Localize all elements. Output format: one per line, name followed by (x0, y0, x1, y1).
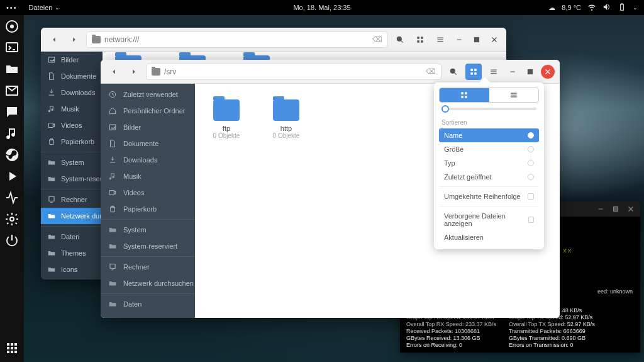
sidebar-item[interactable]: Downloads (41, 84, 103, 101)
sidebar-front: Zuletzt verwendetPersönlicher OrdnerBild… (101, 84, 195, 318)
reload-button[interactable]: Aktualisieren (439, 230, 539, 244)
chevron-down-icon[interactable]: ⌄ (633, 4, 638, 11)
svg-point-3 (10, 217, 14, 221)
sidebar-item[interactable]: Downloads (101, 152, 195, 168)
sidebar-item[interactable]: Musik (41, 101, 103, 117)
checkbox-icon (528, 217, 534, 223)
sidebar-item-label: Daten (61, 233, 79, 240)
sidebar-item[interactable]: Netzwerk durchsuchen (101, 275, 195, 291)
folder-icon (92, 36, 101, 43)
max-button[interactable] (610, 203, 621, 215)
folder-item[interactable]: ftp0 Objekte (208, 99, 245, 139)
settings-icon[interactable] (4, 212, 19, 227)
view-grid-option[interactable] (440, 88, 489, 102)
back-button[interactable] (106, 64, 122, 80)
weather-icon[interactable]: ☁ (548, 4, 555, 12)
sidebar-item[interactable]: Bilder (101, 119, 195, 135)
sidebar-item[interactable]: Dokumente (41, 68, 103, 84)
sidebar-item[interactable]: Themes (101, 312, 195, 318)
sidebar-item[interactable]: System (101, 222, 195, 238)
list-view-button[interactable] (432, 31, 448, 48)
view-list-option[interactable] (489, 88, 539, 102)
folder-count: 0 Objekte (267, 132, 305, 139)
sidebar-item[interactable]: System-reserviert (101, 238, 195, 254)
sidebar-item[interactable]: Papierkorb (41, 133, 103, 150)
location-bar[interactable]: network:/// ⌫ (86, 31, 388, 48)
clear-icon[interactable]: ⌫ (426, 67, 436, 76)
activity-icon[interactable] (4, 190, 19, 205)
app-menu-label: Dateien (29, 4, 53, 11)
chromium-icon[interactable] (4, 19, 19, 34)
mail-icon[interactable] (4, 83, 19, 98)
power-icon[interactable] (4, 233, 19, 248)
steam-icon[interactable] (4, 147, 19, 162)
terminal-icon[interactable] (4, 40, 19, 55)
wifi-icon[interactable] (587, 3, 596, 13)
sidebar-item[interactable]: System (41, 154, 103, 171)
clock[interactable]: Mo, 18. Mai, 23:35 (293, 4, 350, 11)
clear-icon[interactable]: ⌫ (372, 35, 382, 43)
search-button[interactable] (445, 64, 462, 80)
sidebar-item[interactable]: Themes (41, 245, 103, 261)
forward-button[interactable] (126, 64, 142, 80)
sidebar-item[interactable]: Videos (101, 184, 195, 201)
location-bar[interactable]: /srv ⌫ (146, 64, 441, 80)
sidebar-item-label: System-reservier (61, 175, 103, 183)
close-button[interactable] (487, 33, 501, 47)
min-button[interactable] (452, 33, 466, 47)
svg-rect-23 (614, 207, 618, 212)
grid-view-button[interactable] (465, 64, 482, 80)
folder-item[interactable]: http0 Objekte (267, 99, 305, 139)
max-button[interactable] (470, 33, 484, 47)
sidebar-item[interactable]: System-reservier (41, 171, 103, 187)
svg-rect-2 (6, 43, 18, 52)
play-icon[interactable] (4, 169, 19, 184)
checkbox-icon (528, 193, 534, 200)
svg-point-1 (10, 25, 14, 28)
zoom-knob[interactable] (441, 105, 449, 113)
back-button[interactable] (46, 31, 62, 48)
app-menu[interactable]: Dateien ⌄ (24, 4, 65, 11)
grid-view-button[interactable] (412, 31, 428, 48)
reverse-toggle[interactable]: Umgekehrte Reihenfolge (439, 189, 539, 203)
sort-option[interactable]: Name (439, 128, 539, 142)
sidebar-item[interactable]: Daten (101, 296, 195, 312)
min-button[interactable] (506, 65, 519, 79)
sort-option[interactable]: Größe (439, 142, 539, 156)
sidebar-item[interactable]: Rechner (41, 191, 103, 208)
sidebar-item[interactable]: Zuletzt verwendet (101, 86, 195, 103)
sidebar-item[interactable]: Videos (41, 117, 103, 133)
sidebar-item[interactable]: Rechner (101, 259, 195, 275)
svg-rect-13 (474, 69, 477, 71)
chat-icon[interactable] (4, 105, 19, 120)
app-grid-button[interactable] (4, 341, 19, 356)
zoom-slider[interactable] (441, 108, 536, 110)
sort-option[interactable]: Zuletzt geöffnet (439, 170, 539, 184)
sort-option[interactable]: Typ (439, 156, 539, 170)
sidebar-item[interactable]: Netzwerk durchs (41, 208, 103, 224)
svg-rect-9 (475, 37, 479, 42)
sidebar-item[interactable]: Papierkorb (101, 201, 195, 217)
sidebar-item[interactable]: Dokumente (101, 135, 195, 152)
hidden-toggle[interactable]: Verborgene Dateien anzeigen (439, 209, 539, 230)
forward-button[interactable] (66, 31, 82, 48)
max-button[interactable] (523, 65, 537, 79)
music-icon[interactable] (4, 126, 19, 141)
sidebar-item[interactable]: Persönlicher Ordner (101, 103, 195, 119)
sidebar-item-label: Downloads (123, 156, 157, 164)
sidebar-item-label: Downloads (61, 89, 95, 96)
files-icon[interactable] (4, 62, 19, 77)
close-button[interactable] (541, 65, 555, 79)
sidebar-item[interactable]: Icons (41, 261, 103, 278)
sidebar-item[interactable]: Daten (41, 229, 103, 245)
sidebar-item[interactable]: Musik (101, 168, 195, 184)
volume-icon[interactable] (602, 3, 611, 13)
close-button[interactable] (625, 203, 636, 215)
sidebar-item[interactable]: Bilder (41, 52, 103, 68)
sidebar-item-label: Netzwerk durchs (61, 212, 103, 220)
activities-button[interactable]: ••• (0, 4, 24, 11)
min-button[interactable] (595, 203, 606, 215)
battery-icon[interactable] (618, 3, 626, 13)
list-view-button[interactable] (486, 64, 502, 80)
search-button[interactable] (392, 31, 408, 48)
